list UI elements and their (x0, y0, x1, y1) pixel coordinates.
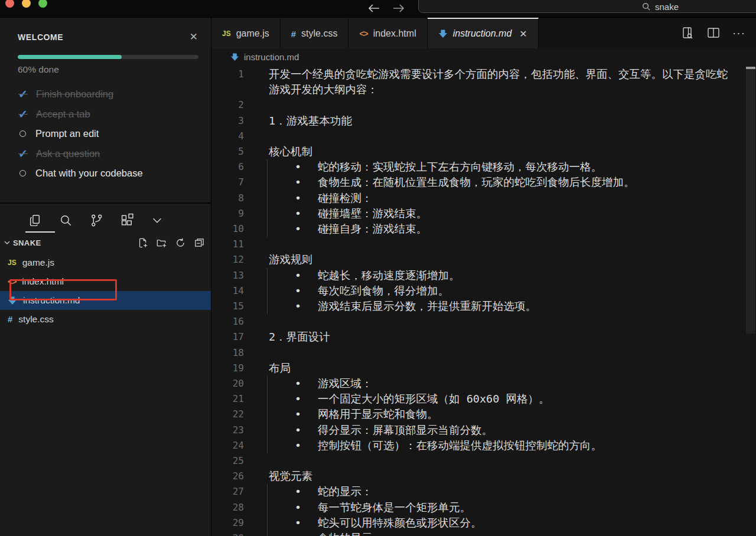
bullet-text: 每次吃到食物，得分增加。 (318, 285, 449, 297)
scrollbar-thumb[interactable] (746, 67, 755, 334)
line-text: 布局 (269, 361, 291, 376)
breadcrumb-file-label: instruction.md (244, 52, 299, 62)
line-number: 18 (211, 345, 244, 361)
split-editor-icon[interactable] (706, 26, 721, 40)
tab-instruction.md[interactable]: instruction.md✕ (428, 18, 539, 48)
editor-actions: ··· (680, 18, 756, 48)
file-row-style.css[interactable]: #style.css (0, 310, 211, 329)
editor-area: JSgame.js#style.css<>index.htmlinstructi… (211, 18, 756, 536)
bullet-line-text: •一个固定大小的矩形区域（如 60x60 网格）。 (269, 391, 549, 407)
bullet-line-text: •游戏结束后显示分数，并提供重新开始选项。 (269, 299, 536, 314)
collapse-all-icon[interactable] (194, 237, 205, 249)
code-line: 13•蛇越长，移动速度逐渐增加。 (211, 268, 756, 283)
file-row-game.js[interactable]: JSgame.js (0, 253, 211, 272)
bullet-dot: • (295, 299, 301, 314)
close-icon[interactable]: ✕ (190, 32, 198, 42)
bullet-line-text: •网格用于显示蛇和食物。 (269, 407, 438, 422)
code-line: 23•得分显示：屏幕顶部显示当前分数。 (211, 423, 756, 438)
line-number: 10 (211, 221, 244, 237)
tab-game.js[interactable]: JSgame.js (211, 18, 281, 48)
titlebar: snake (0, 0, 756, 18)
bullet-dot: • (295, 423, 301, 438)
line-number: 30 (211, 531, 244, 536)
refresh-icon[interactable] (175, 237, 186, 249)
checklist-item[interactable]: Chat with your codebase (18, 164, 198, 184)
bullet-dot: • (295, 391, 301, 407)
code-line: 10•碰撞自身：游戏结束。 (211, 221, 756, 237)
file-row-index.html[interactable]: <>index.html (0, 272, 211, 291)
files-icon[interactable] (28, 213, 43, 228)
code-line: 7•食物生成：在随机位置生成食物，玩家的蛇吃到食物后长度增加。 (211, 175, 756, 190)
checklist-item[interactable]: Prompt an edit (18, 124, 198, 144)
bullet-line-text: •游戏区域： (269, 376, 373, 391)
line-text: 2．界面设计 (269, 329, 330, 345)
bullet-dot: • (295, 484, 301, 499)
file-row-instruction.md[interactable]: instruction.md (0, 291, 211, 310)
markdown-file-icon (230, 53, 239, 61)
bullet-line-text: •每一节蛇身体是一个矩形单元。 (269, 500, 471, 515)
source-control-icon[interactable] (89, 213, 104, 228)
back-icon[interactable] (366, 1, 382, 15)
bullet-line-text: •蛇头可以用特殊颜色或形状区分。 (269, 515, 482, 531)
checklist-item-label: Chat with your codebase (35, 168, 143, 179)
code-line: 12游戏规则 (211, 252, 756, 267)
line-number: 23 (211, 423, 244, 438)
sidebar-toolbar (0, 204, 211, 235)
editor-scrollbar[interactable] (745, 67, 756, 536)
circle-icon (19, 170, 26, 177)
code-editor[interactable]: 1开发一个经典的贪吃蛇游戏需要设计多个方面的内容，包括功能、界面、交互等。以下是… (211, 65, 756, 536)
bullet-text: 游戏结束后显示分数，并提供重新开始选项。 (318, 300, 536, 312)
checklist-item[interactable]: ✓Accept a tab (18, 104, 198, 125)
code-line: 9•碰撞墙壁：游戏结束。 (211, 206, 756, 221)
file-name: instruction.md (23, 295, 80, 306)
checklist-item[interactable]: ✓Finish onboarding (18, 84, 198, 104)
bullet-line-text: •蛇的显示： (269, 484, 373, 499)
new-file-icon[interactable] (137, 237, 148, 249)
bullet-dot: • (295, 268, 301, 283)
bullet-line-text: •控制按钮（可选）：在移动端提供虚拟按钮控制蛇的方向。 (269, 438, 602, 453)
tab-index.html[interactable]: <>index.html (348, 18, 427, 48)
close-window-button[interactable] (5, 0, 14, 8)
code-line: 172．界面设计 (211, 329, 756, 345)
bullet-line-text: •得分显示：屏幕顶部显示当前分数。 (269, 423, 493, 438)
extensions-icon[interactable] (120, 213, 135, 228)
bullet-dot: • (295, 407, 301, 422)
minimize-window-button[interactable] (22, 0, 31, 8)
code-line: 19布局 (211, 361, 756, 376)
line-number: 13 (211, 268, 244, 283)
line-number: 26 (211, 469, 244, 484)
line-number: 9 (211, 206, 244, 221)
history-nav (366, 0, 406, 17)
search-icon[interactable] (58, 213, 73, 228)
bullet-text: 每一节蛇身体是一个矩形单元。 (318, 501, 471, 514)
chevron-down-icon[interactable] (151, 214, 164, 227)
code-line: 2 (211, 97, 756, 113)
command-center[interactable]: snake (418, 0, 756, 13)
checklist-item[interactable]: ✓Ask a question (18, 144, 198, 164)
bullet-text: 控制按钮（可选）：在移动端提供虚拟按钮控制蛇的方向。 (318, 439, 602, 452)
more-actions-icon[interactable]: ··· (732, 27, 745, 40)
bullet-text: 蛇头可以用特殊颜色或形状区分。 (318, 517, 482, 529)
file-list: JSgame.js<>index.htmlinstruction.md#styl… (0, 253, 211, 329)
forward-icon[interactable] (391, 1, 406, 15)
check-icon: ✓ (18, 87, 28, 101)
close-tab-icon[interactable]: ✕ (519, 28, 527, 40)
code-line: 6•蛇的移动：实现蛇按上下左右方向键移动，每次移动一格。 (211, 159, 756, 175)
line-number: 22 (211, 407, 244, 422)
code-line: 27•蛇的显示： (211, 484, 756, 499)
code-line: 29•蛇头可以用特殊颜色或形状区分。 (211, 515, 756, 531)
open-preview-icon[interactable] (680, 26, 695, 40)
tab-style.css[interactable]: #style.css (281, 18, 349, 48)
bullet-text: 蛇的移动：实现蛇按上下左右方向键移动，每次移动一格。 (318, 161, 602, 173)
js-file-icon: JS (222, 30, 231, 38)
tabs: JSgame.js#style.css<>index.htmlinstructi… (211, 18, 539, 48)
markdown-file-icon (8, 296, 17, 305)
breadcrumb[interactable]: instruction.md (211, 48, 756, 65)
traffic-lights (5, 0, 47, 8)
explorer-section-header[interactable]: SNAKE (0, 235, 211, 252)
zoom-window-button[interactable] (38, 0, 47, 8)
code-line: 15•游戏结束后显示分数，并提供重新开始选项。 (211, 299, 756, 314)
bullet-line-text: •每次吃到食物，得分增加。 (269, 283, 449, 299)
new-folder-icon[interactable] (156, 237, 167, 249)
css-file-icon: # (8, 314, 12, 324)
